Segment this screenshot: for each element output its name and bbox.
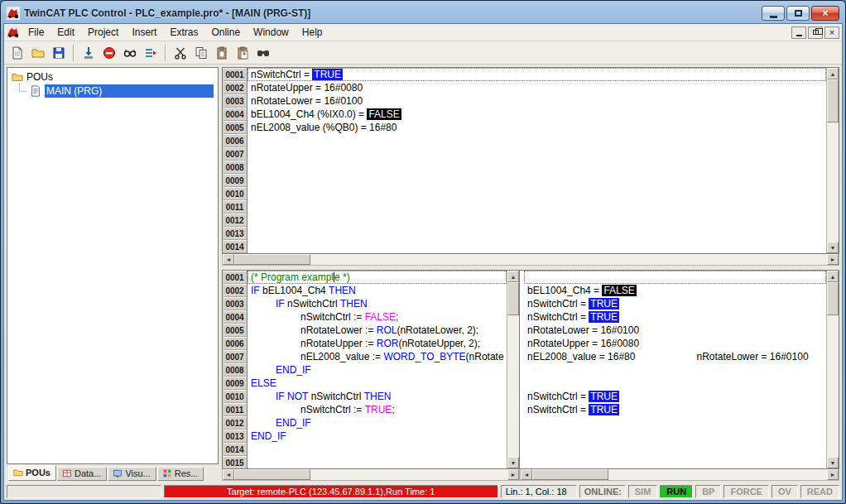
scroll-track[interactable] [310,469,507,480]
watch-row[interactable]: nRotateUpper = 16#0080 [524,337,826,350]
watch-row[interactable] [524,443,826,456]
line-number[interactable]: 0010 [223,187,248,200]
code-line[interactable]: 0009ELSE [223,377,507,390]
watch-row[interactable]: nSwitchCtrl = TRUE [524,403,826,416]
declaration-line[interactable]: 0007 [223,147,826,161]
line-number[interactable]: 0012 [223,214,248,227]
line-number[interactable]: 0008 [223,363,248,377]
line-number[interactable]: 0011 [223,403,248,416]
declaration-line[interactable]: 0002nRotateUpper = 16#0080 [223,81,826,94]
line-number[interactable]: 0006 [223,337,248,350]
watch-row[interactable] [524,377,826,390]
declaration-line[interactable]: 0009 [223,174,826,187]
watch-row[interactable] [524,271,826,284]
scroll-left-icon[interactable]: ◄ [521,469,532,480]
paste-special-button[interactable] [233,44,252,62]
code-line[interactable]: 0002IF bEL1004_Ch4 THEN [223,284,507,297]
line-number[interactable]: 0011 [223,200,248,214]
watch-row[interactable] [524,430,826,443]
code-line[interactable]: 0001(* Program example *) [223,271,507,284]
tree-item-main-prg[interactable]: MAIN (PRG) [7,84,218,98]
scroll-thumb[interactable] [827,79,839,122]
declaration-horizontal-scrollbar[interactable]: ◄ ► [222,254,839,266]
code-line[interactable]: 0003IF nSwitchCtrl THEN [223,297,507,310]
line-number[interactable]: 0002 [223,284,248,297]
scroll-up-icon[interactable]: ▲ [827,68,839,79]
maximize-button[interactable] [786,6,810,21]
scroll-track[interactable] [827,122,839,242]
line-number[interactable]: 0014 [223,443,248,456]
line-number[interactable]: 0009 [223,174,248,187]
declaration-line[interactable]: 0012 [223,214,826,227]
copy-button[interactable] [191,44,211,62]
minimize-button[interactable] [762,6,785,21]
code-line[interactable]: 0011nSwitchCtrl := TRUE; [223,403,507,416]
scroll-up-icon[interactable]: ▲ [507,271,519,282]
line-number[interactable]: 0003 [223,297,248,310]
declaration-line[interactable]: 0011 [223,200,826,214]
paste-button[interactable] [212,44,232,62]
line-number[interactable]: 0001 [223,271,248,284]
declaration-line[interactable]: 0005nEL2008_value (%QB0) = 16#80 [223,121,826,134]
mdi-restore-button[interactable] [808,26,823,39]
title-bar[interactable]: TwinCAT PLC Control - PLC_example.pro* -… [3,3,843,23]
watch-row[interactable]: nSwitchCtrl = TRUE [524,297,826,310]
new-file-button[interactable] [7,44,27,62]
line-number[interactable]: 0013 [223,430,248,443]
code-line[interactable]: 0005nRotateLower := ROL(nRotateLower, 2)… [223,324,507,337]
code-line[interactable]: 0007nEL2008_value := WORD_TO_BYTE(nRotat… [223,350,507,363]
mdi-minimize-button[interactable] [791,26,806,39]
line-number[interactable]: 0014 [223,240,248,253]
stop-button[interactable] [99,44,119,62]
find-button[interactable] [253,44,273,62]
scroll-left-icon[interactable]: ◄ [223,254,234,265]
watch-row[interactable]: nEL2008_value = 16#80nRotateLower = 16#0… [524,350,826,363]
declaration-line[interactable]: 0014 [223,240,826,253]
code-line[interactable]: 0015 [223,456,507,468]
code-vertical-scrollbar[interactable]: ▲ ▼ [507,271,519,468]
line-number[interactable]: 0015 [223,456,248,468]
declaration-line[interactable]: 0004bEL1004_Ch4 (%IX0.0) = FALSE [223,108,826,121]
line-number[interactable]: 0012 [223,416,248,430]
declaration-line[interactable]: 0001nSwitchCtrl = TRUE [223,68,826,81]
scroll-right-icon[interactable]: ► [827,469,839,480]
line-number[interactable]: 0009 [223,377,248,390]
scroll-thumb[interactable] [532,469,608,480]
declaration-line[interactable]: 0013 [223,227,826,240]
mdi-close-button[interactable]: × [824,26,839,39]
line-number[interactable]: 0004 [223,310,248,324]
declaration-pane[interactable]: 0001nSwitchCtrl = TRUE0002nRotateUpper =… [222,67,839,254]
line-number[interactable]: 0013 [223,227,248,240]
declaration-line[interactable]: 0008 [223,161,826,174]
scroll-thumb[interactable] [234,254,310,265]
watch-row[interactable] [524,416,826,430]
scroll-track[interactable] [608,469,827,480]
scroll-down-icon[interactable]: ▼ [507,457,519,468]
menu-online[interactable]: Online [204,25,247,40]
line-number[interactable]: 0007 [223,350,248,363]
line-number[interactable]: 0010 [223,390,248,403]
code-line[interactable]: 0008END_IF [223,363,507,377]
menu-window[interactable]: Window [247,25,296,40]
code-line[interactable]: 0010IF NOT nSwitchCtrl THEN [223,390,507,403]
menu-help[interactable]: Help [296,25,329,40]
watch-row[interactable]: bEL1004_Ch4 = FALSE [524,284,826,297]
code-pane[interactable]: 0001(* Program example *)0002IF bEL1004_… [222,270,520,469]
watch-row[interactable] [524,456,826,468]
close-button[interactable]: × [811,6,839,21]
scroll-thumb[interactable] [234,469,310,480]
login-button[interactable] [120,44,140,62]
code-horizontal-scrollbar[interactable]: ◄ ► [222,469,520,481]
monitor-button[interactable] [141,44,161,62]
menu-insert[interactable]: Insert [125,25,163,40]
tab-pous[interactable]: POUs [8,465,56,481]
declaration-line[interactable]: 0010 [223,187,826,200]
line-number[interactable]: 0001 [223,68,248,81]
scroll-track[interactable] [310,254,827,265]
scroll-right-icon[interactable]: ► [827,254,839,265]
scroll-down-icon[interactable]: ▼ [827,457,839,468]
code-line[interactable]: 0004nSwitchCtrl := FALSE; [223,310,507,324]
menu-edit[interactable]: Edit [50,25,81,40]
watch-horizontal-scrollbar[interactable]: ◄ ► [520,469,839,481]
watch-row[interactable]: nSwitchCtrl = TRUE [524,390,826,403]
